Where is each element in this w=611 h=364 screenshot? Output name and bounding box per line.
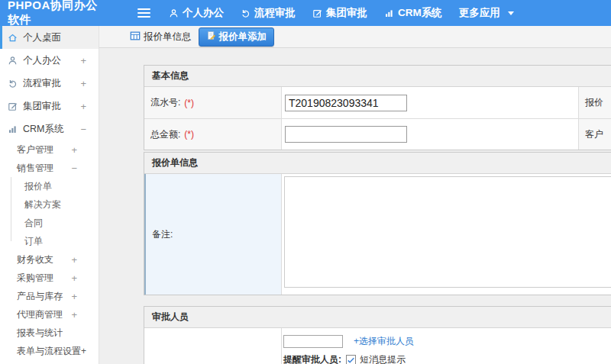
serial-number-value-cell — [282, 87, 579, 118]
page-edit-icon — [206, 31, 216, 43]
total-amount-label-cell: 总金额: (*) — [144, 119, 282, 150]
expand-plus-icon[interactable]: + — [71, 309, 77, 321]
sidebar-item-label: 销售管理 — [17, 162, 53, 175]
section-quotation-info: 报价单信息 备注: — [144, 152, 611, 295]
nav-label: 个人办公 — [183, 6, 224, 20]
expand-plus-icon[interactable]: + — [71, 272, 77, 284]
remark-textarea[interactable] — [284, 176, 611, 288]
sidebar-item-sales-management[interactable]: 销售管理− — [0, 159, 99, 177]
nav-group-approval[interactable]: 集团审批 — [312, 6, 367, 20]
app-logo: PHPOA协同办公软件 — [0, 0, 101, 27]
serial-number-input[interactable] — [285, 95, 407, 111]
main-content: 报价单信息 报价单添加 基本信息 流水号: (*) — [99, 26, 611, 364]
required-mark: (*) — [184, 129, 194, 140]
sidebar-item-personal-office[interactable]: 个人办公+ — [0, 49, 99, 72]
remark-value-cell — [282, 174, 611, 295]
sidebar-item-contract[interactable]: 合同 — [0, 214, 99, 232]
approver-value-cell: +选择审批人员 提醒审批人员: 短消息提示 注：流程第一步审批人员，这里选择你的… — [282, 328, 611, 364]
section-approvers: 审批人员 设置审批人员: (*) +选择审批人员 提醒审批人员: — [144, 306, 611, 364]
customer-label-cell-cut: 客户 — [579, 119, 611, 150]
collapse-minus-icon[interactable]: − — [71, 163, 77, 174]
choose-approver-link[interactable]: +选择审批人员 — [354, 335, 414, 348]
nav-personal-office[interactable]: 个人办公 — [169, 6, 224, 20]
sidebar-item-label: 个人桌面 — [23, 31, 61, 44]
sidebar-item-label: 代理商管理 — [17, 308, 63, 321]
sidebar-item-agent-management[interactable]: 代理商管理+ — [0, 305, 99, 324]
edit-icon — [312, 8, 322, 18]
sidebar-item-label: 个人办公 — [23, 54, 61, 67]
sidebar-item-label: 集团审批 — [23, 100, 61, 113]
sidebar-item-label: 报价单 — [24, 180, 52, 193]
tab-quotation-info[interactable]: 报价单信息 — [130, 31, 192, 43]
home-icon — [8, 33, 18, 43]
sidebar-item-label: 表单与流程设置+ — [17, 345, 86, 358]
sidebar-item-group-approval[interactable]: 集团审批+ — [0, 95, 99, 118]
sidebar-item-reports-statistics[interactable]: 报表与统计 — [0, 324, 99, 342]
sms-label: 短消息提示 — [360, 353, 406, 364]
sidebar-item-product-inventory[interactable]: 产品与库存+ — [0, 287, 99, 305]
sms-checkbox[interactable] — [346, 355, 356, 364]
total-amount-value-cell — [282, 119, 579, 150]
expand-plus-icon[interactable]: + — [80, 78, 86, 89]
serial-number-row: 流水号: (*) 报价 — [144, 87, 611, 118]
nav-workflow-approval[interactable]: 流程审批 — [241, 6, 296, 20]
user-icon — [169, 8, 179, 18]
chevron-down-icon — [508, 11, 514, 18]
app-window: PHPOA协同办公软件 个人办公流程审批集团审批CRM系统更多应用 个人桌面个人… — [0, 0, 611, 364]
sidebar-item-order[interactable]: 订单 — [0, 232, 99, 250]
check-icon — [347, 356, 355, 364]
sidebar-item-personal-desktop[interactable]: 个人桌面 — [0, 26, 99, 49]
nav-label: 流程审批 — [254, 6, 296, 20]
quotation-add-form: 基本信息 流水号: (*) 报价 总金额: ( — [144, 65, 611, 364]
flow-icon — [8, 79, 18, 89]
top-bar: PHPOA协同办公软件 个人办公流程审批集团审批CRM系统更多应用 — [0, 0, 611, 26]
sidebar-item-solution[interactable]: 解决方案 — [0, 195, 99, 214]
flow-icon — [241, 8, 251, 18]
expand-plus-icon[interactable]: + — [80, 101, 86, 112]
total-amount-input[interactable] — [285, 126, 407, 143]
approver-row: 设置审批人员: (*) +选择审批人员 提醒审批人员: — [144, 328, 611, 364]
sidebar-item-purchase-management[interactable]: 采购管理+ — [0, 269, 99, 287]
expand-plus-icon[interactable]: + — [80, 55, 86, 66]
tab-label: 报价单添加 — [219, 31, 267, 43]
tab-strip: 报价单信息 报价单添加 — [99, 26, 611, 48]
quote-label-cell-cut: 报价 — [579, 87, 611, 118]
sidebar-item-label: 解决方案 — [24, 198, 61, 211]
tab-label: 报价单信息 — [144, 31, 192, 43]
expand-plus-icon[interactable]: + — [71, 254, 77, 266]
sidebar-item-label: 产品与库存 — [17, 290, 63, 303]
nav-label: CRM系统 — [398, 6, 442, 20]
section-basic-info: 基本信息 流水号: (*) 报价 总金额: ( — [144, 65, 611, 150]
approver-input[interactable] — [283, 335, 343, 348]
sidebar-item-label: 采购管理 — [17, 272, 53, 285]
required-mark: (*) — [184, 98, 194, 108]
section-title: 报价单信息 — [144, 153, 611, 174]
remark-row: 备注: — [144, 174, 611, 295]
remind-approver-label: 提醒审批人员: — [283, 353, 341, 364]
serial-number-label-cell: 流水号: (*) — [144, 87, 282, 118]
expand-plus-icon[interactable]: + — [71, 144, 77, 156]
sidebar-item-label: 流程审批 — [23, 77, 61, 90]
remark-label-cell: 备注: — [144, 174, 282, 295]
chart-icon — [384, 8, 394, 18]
nav-label: 更多应用 — [459, 6, 500, 20]
sidebar-item-form-workflow-settings[interactable]: 表单与流程设置+ — [0, 342, 99, 360]
sidebar-item-label: 订单 — [24, 235, 43, 248]
approver-label-cell: 设置审批人员: (*) — [144, 328, 282, 364]
nav-label: 集团审批 — [326, 6, 367, 20]
nav-more-apps[interactable]: 更多应用 — [459, 6, 514, 20]
sidebar-item-crm-system[interactable]: CRM系统− — [0, 118, 99, 140]
expand-plus-icon[interactable]: + — [71, 291, 77, 302]
sidebar-item-quotation[interactable]: 报价单 — [0, 177, 99, 195]
menu-icon[interactable] — [137, 6, 150, 20]
field-label: 备注: — [152, 228, 173, 241]
sidebar-item-finance[interactable]: 财务收支+ — [0, 250, 99, 269]
field-label: 流水号: — [150, 96, 180, 109]
collapse-minus-icon[interactable]: − — [80, 124, 86, 135]
sidebar-item-customer-management[interactable]: 客户管理+ — [0, 140, 99, 159]
nav-crm-system[interactable]: CRM系统 — [384, 6, 442, 20]
tab-quotation-add[interactable]: 报价单添加 — [199, 27, 275, 47]
top-nav: 个人办公流程审批集团审批CRM系统更多应用 — [169, 6, 531, 20]
sidebar-item-label: 报表与统计 — [17, 327, 63, 340]
sidebar-item-workflow-approval[interactable]: 流程审批+ — [0, 72, 99, 95]
